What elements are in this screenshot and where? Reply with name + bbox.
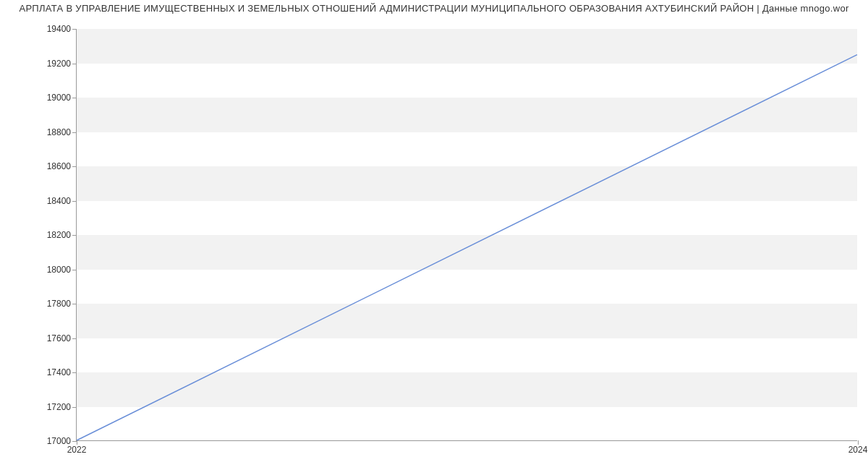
y-tick [72,29,77,30]
y-axis-label: 18000 [27,265,71,275]
y-axis-label: 18800 [27,127,71,137]
y-axis-label: 17000 [27,436,71,446]
y-axis-label: 17800 [27,299,71,309]
chart-line-svg [77,29,857,440]
y-tick [72,98,77,98]
plot-area: 20222024 [76,29,857,441]
chart-container: 20222024 1700017200174001760017800180001… [0,18,868,466]
y-tick [72,235,77,236]
y-axis-label: 19400 [27,24,71,34]
y-tick [72,407,77,408]
y-tick [72,304,77,304]
y-tick [72,372,77,373]
y-tick [72,270,77,270]
y-tick [72,201,77,202]
data-line [77,55,857,440]
chart-title: АРПЛАТА В УПРАВЛЕНИЕ ИМУЩЕСТВЕННЫХ И ЗЕМ… [0,0,868,18]
y-axis-label: 17200 [27,402,71,412]
y-axis-label: 18400 [27,196,71,206]
x-axis-label: 2024 [848,445,868,455]
y-tick [72,166,77,167]
y-tick [72,64,77,64]
y-axis-label: 19000 [27,93,71,103]
y-axis-label: 17400 [27,367,71,377]
y-tick [72,338,77,339]
y-axis-label: 18200 [27,230,71,240]
y-axis-label: 19200 [27,59,71,69]
y-axis-label: 17600 [27,333,71,343]
y-tick [72,132,77,133]
y-axis-label: 18600 [27,161,71,171]
x-axis-label: 2022 [67,445,87,455]
